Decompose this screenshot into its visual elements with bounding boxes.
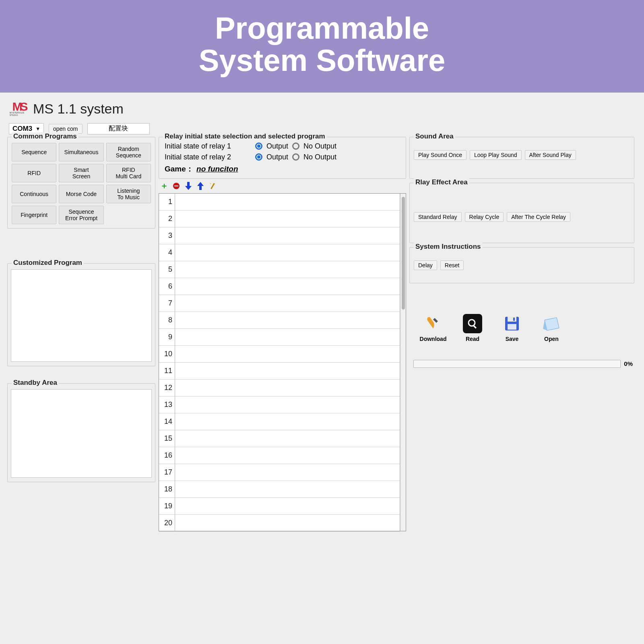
svg-rect-6	[473, 325, 477, 329]
relay1-row: Initial state of relay 1 Output No Outpu…	[165, 142, 400, 151]
grid-row[interactable]	[175, 278, 400, 295]
customized-program-area[interactable]	[11, 269, 152, 362]
grid-row[interactable]	[175, 498, 400, 515]
grid-row[interactable]	[175, 211, 400, 227]
system-instructions-legend: System Instructions	[414, 243, 483, 251]
customized-program-group: Customized Program	[7, 263, 155, 366]
standby-area-group: Standby Area	[7, 383, 155, 482]
banner-line-2: System Software	[0, 44, 644, 76]
grid-row-num: 1	[159, 194, 175, 211]
grid-row[interactable]	[175, 227, 400, 244]
grid-row[interactable]	[175, 464, 400, 481]
svg-rect-10	[508, 324, 516, 330]
program-button-4[interactable]: SmartScreen	[59, 164, 103, 182]
grid-row-num: 20	[159, 515, 175, 532]
relay1-output-label: Output	[266, 142, 288, 151]
grid-row[interactable]	[175, 447, 400, 464]
program-button-2[interactable]: RandomSequence	[106, 143, 151, 161]
logo-subtext: MYSTERIOUS STUDIO	[10, 111, 28, 116]
wand-icon[interactable]	[208, 182, 217, 190]
relay-effect-button-1[interactable]: Relay Cycle	[465, 212, 504, 222]
read-button[interactable]: Read	[458, 314, 487, 342]
grid-row[interactable]	[175, 295, 400, 312]
program-button-10[interactable]: SequenceError Prompt	[59, 206, 103, 224]
grid-body[interactable]	[175, 194, 400, 531]
sound-button-0[interactable]: Play Sound Once	[414, 150, 466, 160]
relay2-nooutput-radio[interactable]	[292, 153, 299, 161]
sound-area-legend: Sound Area	[414, 132, 455, 140]
program-button-8[interactable]: ListeningTo Music	[106, 185, 151, 203]
grid-row[interactable]	[175, 312, 400, 329]
grid-row-header: 1234567891011121314151617181920	[159, 194, 175, 531]
open-button[interactable]: Open	[537, 314, 566, 342]
sound-button-2[interactable]: After Sound Play	[525, 150, 576, 160]
relay1-output-radio[interactable]	[255, 142, 262, 150]
program-button-0[interactable]: Sequence	[12, 143, 56, 161]
remove-icon[interactable]	[172, 182, 180, 190]
game-label: Game：	[165, 165, 194, 173]
relay-effect-group: Rlay Effect Area Standard RelayRelay Cyc…	[409, 183, 634, 243]
system-button-1[interactable]: Reset	[440, 260, 464, 270]
download-button[interactable]: Download	[419, 314, 447, 342]
grid-row[interactable]	[175, 363, 400, 380]
relay2-output-label: Output	[266, 153, 288, 161]
grid-row-num: 12	[159, 380, 175, 396]
grid-row-num: 6	[159, 278, 175, 295]
relay1-nooutput-radio[interactable]	[292, 142, 299, 150]
logo-icon: MS	[12, 102, 26, 111]
read-label: Read	[466, 336, 479, 342]
program-button-7[interactable]: Morse Code	[59, 185, 103, 203]
save-label: Save	[506, 336, 519, 342]
program-grid[interactable]: 1234567891011121314151617181920	[159, 193, 406, 531]
grid-row[interactable]	[175, 329, 400, 346]
grid-row[interactable]	[175, 413, 400, 430]
relay1-label: Initial state of relay 1	[165, 142, 251, 151]
relay-effect-legend: Rlay Effect Area	[414, 178, 469, 186]
standby-area[interactable]	[11, 389, 152, 478]
grid-row[interactable]	[175, 261, 400, 278]
common-programs-legend: Common Programs	[12, 132, 78, 140]
arrow-down-icon[interactable]	[184, 182, 192, 190]
app-window: MS MYSTERIOUS STUDIO MS 1.1 system COM3 …	[0, 93, 644, 535]
app-title: MS 1.1 system	[33, 101, 124, 117]
relay-state-group: Relay initial state selection and select…	[159, 137, 406, 179]
config-block-label: 配置块	[109, 124, 128, 133]
grid-row-num: 11	[159, 363, 175, 380]
program-button-9[interactable]: Fingerprint	[12, 206, 56, 224]
logo: MS MYSTERIOUS STUDIO	[10, 100, 28, 118]
grid-row-num: 3	[159, 227, 175, 244]
sound-area-group: Sound Area Play Sound OnceLoop Play Soun…	[409, 137, 634, 179]
download-icon	[423, 314, 443, 333]
relay-effect-button-2[interactable]: After The Cycle Relay	[507, 212, 570, 222]
row-toolbar: ＋	[159, 181, 406, 191]
grid-row[interactable]	[175, 346, 400, 363]
program-button-1[interactable]: Simultaneous	[59, 143, 103, 161]
grid-row[interactable]	[175, 515, 400, 532]
relay2-output-radio[interactable]	[255, 153, 262, 161]
grid-row-num: 4	[159, 244, 175, 261]
arrow-up-icon[interactable]	[196, 182, 204, 190]
grid-row[interactable]	[175, 194, 400, 211]
grid-row[interactable]	[175, 430, 400, 447]
grid-row[interactable]	[175, 396, 400, 413]
config-block-field[interactable]: 配置块	[87, 123, 150, 134]
program-button-3[interactable]: RFID	[12, 164, 56, 182]
relay1-nooutput-label: No Output	[303, 142, 336, 151]
sound-button-1[interactable]: Loop Play Sound	[470, 150, 522, 160]
grid-row[interactable]	[175, 481, 400, 498]
grid-row-num: 2	[159, 211, 175, 227]
progress-value: 0%	[624, 360, 633, 367]
save-button[interactable]: Save	[498, 314, 526, 342]
program-button-5[interactable]: RFIDMulti Card	[106, 164, 151, 182]
system-button-0[interactable]: Delay	[414, 260, 437, 270]
grid-row-num: 13	[159, 396, 175, 413]
program-button-6[interactable]: Continuous	[12, 185, 56, 203]
grid-row[interactable]	[175, 244, 400, 261]
grid-scrollbar[interactable]	[400, 194, 406, 531]
svg-point-3	[210, 183, 211, 184]
grid-row[interactable]	[175, 380, 400, 396]
relay-effect-button-0[interactable]: Standard Relay	[414, 212, 462, 222]
chevron-down-icon: ▼	[35, 126, 40, 132]
svg-rect-1	[174, 186, 178, 186]
add-icon[interactable]: ＋	[160, 182, 168, 190]
